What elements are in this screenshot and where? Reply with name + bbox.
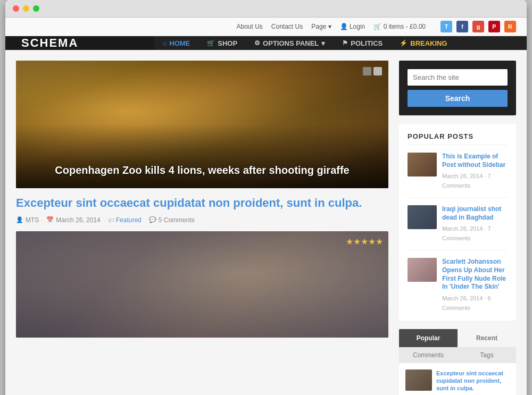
post-date: March 26, 2014 · 6 Comments (442, 295, 491, 311)
google-plus-icon[interactable]: g (472, 21, 484, 32)
nav-links: ⌂ HOME 🛒 SHOP ⚙ OPTIONS PANEL ▾ ⚑ POLITI… (154, 36, 456, 50)
list-item: Scarlett Johansson Opens Up About Her Fi… (408, 258, 508, 312)
options-icon: ⚙ (254, 39, 260, 47)
comments-meta: 💬 5 Comments (149, 216, 195, 224)
tab-popular[interactable]: Popular (399, 329, 458, 347)
content-area: Copenhagen Zoo kills 4 lions, weeks afte… (5, 50, 527, 395)
star-rating: ★★★★★ (346, 237, 383, 247)
post-date: March 26, 2014 · 7 Comments (442, 173, 491, 189)
hero-caption: Copenhagen Zoo kills 4 lions, weeks afte… (16, 163, 388, 178)
nav-item-options[interactable]: ⚙ OPTIONS PANEL ▾ (246, 36, 334, 50)
search-box: Search (399, 61, 516, 115)
tab-recent[interactable]: Recent (458, 329, 516, 347)
maximize-icon[interactable] (33, 5, 39, 12)
tab-comments[interactable]: Comments (399, 347, 458, 363)
user-icon: 👤 (16, 216, 23, 223)
post-thumbnail (408, 258, 437, 282)
home-icon: ⌂ (163, 39, 167, 47)
minimize-icon[interactable] (23, 5, 29, 12)
post-link[interactable]: This is Example of Post without Sidebar (442, 153, 508, 169)
close-icon[interactable] (13, 5, 19, 12)
site-logo: SCHEMA (5, 36, 154, 50)
utility-bar: About Us Contact Us Page ▾ 👤 Login 🛒 0 i… (5, 18, 527, 36)
about-us-link[interactable]: About Us (236, 23, 262, 30)
shop-icon: 🛒 (207, 39, 215, 47)
page-dropdown-link[interactable]: Page ▾ (311, 23, 331, 30)
social-icons: T f g P R (440, 21, 516, 32)
hero-dot-1[interactable] (363, 67, 371, 75)
main-navigation: SCHEMA ⌂ HOME 🛒 SHOP ⚙ OPTIONS PANEL ▾ ⚑ (5, 36, 527, 50)
article-meta: 👤 MTS 📅 March 26, 2014 🏷 Featured 💬 5 Co… (16, 216, 388, 224)
article-image (16, 231, 388, 338)
browser-window: About Us Contact Us Page ▾ 👤 Login 🛒 0 i… (5, 0, 527, 395)
politics-icon: ⚑ (342, 39, 348, 47)
contact-us-link[interactable]: Contact Us (271, 23, 303, 30)
post-thumbnail (408, 205, 437, 229)
popular-posts-section: POPULAR POSTS This is Example of Post wi… (399, 124, 516, 321)
tab-tags[interactable]: Tags (458, 347, 516, 363)
nav-item-politics[interactable]: ⚑ POLITICS (334, 36, 391, 50)
hero-dot-2[interactable] (373, 67, 382, 75)
nav-item-home[interactable]: ⌂ HOME (154, 36, 198, 50)
browser-body: About Us Contact Us Page ▾ 👤 Login 🛒 0 i… (5, 18, 527, 395)
post-thumbnail (405, 369, 432, 391)
breaking-icon: ⚡ (400, 39, 408, 47)
search-button[interactable]: Search (408, 90, 508, 107)
tabs-subheader: Comments Tags (399, 347, 516, 363)
tabs-widget: Popular Recent Comments Tags Excepteur s… (399, 329, 516, 395)
nav-item-breaking[interactable]: ⚡ BREAKING (391, 36, 455, 50)
main-content: Copenhagen Zoo kills 4 lions, weeks afte… (16, 61, 388, 395)
article-image-wrapper: ★★★★★ (16, 231, 388, 338)
popular-posts-title: POPULAR POSTS (408, 132, 508, 145)
post-thumbnail (408, 153, 437, 177)
sidebar: Search POPULAR POSTS This is Example of … (399, 61, 516, 395)
list-item: This is Example of Post without Sidebar … (408, 153, 508, 198)
dropdown-arrow-icon: ▾ (321, 39, 325, 47)
facebook-icon[interactable]: f (456, 21, 468, 32)
post-link[interactable]: Scarlett Johansson Opens Up About Her Fi… (442, 258, 508, 291)
comment-icon: 💬 (149, 216, 156, 223)
calendar-icon: 📅 (46, 216, 54, 223)
nav-item-shop[interactable]: 🛒 SHOP (198, 36, 246, 50)
list-item: Iraqi journalist shot dead in Baghdad Ma… (408, 205, 508, 250)
hero-image-wrapper: Copenhagen Zoo kills 4 lions, weeks afte… (16, 61, 388, 188)
login-link[interactable]: 👤 Login (340, 23, 365, 30)
post-link[interactable]: Iraqi journalist shot dead in Baghdad (442, 205, 508, 222)
hero-nav-dots (363, 67, 382, 75)
post-link[interactable]: Excepteur sint occaecat cupidatat non pr… (436, 369, 510, 392)
category-link[interactable]: Featured (116, 216, 142, 224)
list-item: Excepteur sint occaecat cupidatat non pr… (405, 369, 510, 395)
search-input[interactable] (408, 69, 508, 86)
tabs-content: Excepteur sint occaecat cupidatat non pr… (399, 363, 516, 395)
article-title[interactable]: Excepteur sint occaecat cupidatat non pr… (16, 196, 388, 211)
tag-icon: 🏷 (108, 217, 114, 223)
pinterest-icon[interactable]: P (488, 21, 500, 32)
post-info: Iraqi journalist shot dead in Baghdad Ma… (442, 205, 508, 242)
category-meta: 🏷 Featured (108, 216, 142, 224)
rss-icon[interactable]: R (504, 21, 516, 32)
twitter-icon[interactable]: T (440, 21, 452, 32)
browser-titlebar (5, 0, 527, 18)
date-meta: 📅 March 26, 2014 (46, 216, 100, 224)
cart-link[interactable]: 🛒 0 items - £0.00 (373, 23, 426, 30)
author-meta: 👤 MTS (16, 216, 39, 224)
post-info: This is Example of Post without Sidebar … (442, 153, 508, 190)
post-info: Excepteur sint occaecat cupidatat non pr… (436, 369, 510, 395)
post-date: March 26, 2014 · 7 Comments (442, 225, 491, 241)
tabs-header: Popular Recent (399, 329, 516, 347)
post-info: Scarlett Johansson Opens Up About Her Fi… (442, 258, 508, 312)
